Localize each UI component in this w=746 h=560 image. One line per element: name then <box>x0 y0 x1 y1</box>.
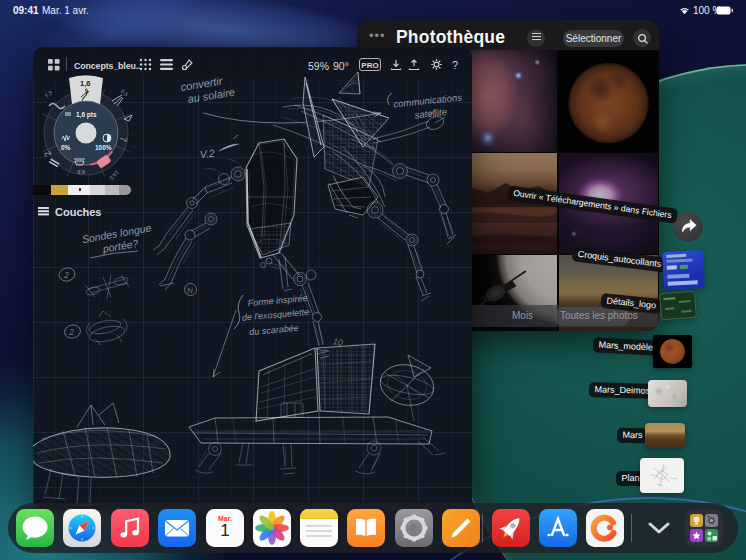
svg-text:communications: communications <box>393 91 463 109</box>
svg-text:8.9: 8.9 <box>77 169 85 175</box>
svg-text:1,6: 1,6 <box>80 79 90 88</box>
svg-text:2: 2 <box>68 327 74 337</box>
svg-text:100%: 100% <box>95 144 112 151</box>
svg-text:0%: 0% <box>61 144 71 151</box>
svg-text:14.5: 14.5 <box>108 169 120 181</box>
svg-text:du scarabée: du scarabée <box>249 323 299 337</box>
svg-text:1,6 pts: 1,6 pts <box>76 111 97 119</box>
svg-text:Forme inspirée: Forme inspirée <box>247 293 308 308</box>
svg-text:7.3: 7.3 <box>44 90 54 100</box>
svg-text:de l'exosquelette: de l'exosquelette <box>242 307 310 323</box>
svg-text:2: 2 <box>63 270 69 280</box>
svg-text:N: N <box>186 286 193 296</box>
svg-text:5.5: 5.5 <box>120 88 130 98</box>
svg-text:V.2: V.2 <box>199 147 215 161</box>
